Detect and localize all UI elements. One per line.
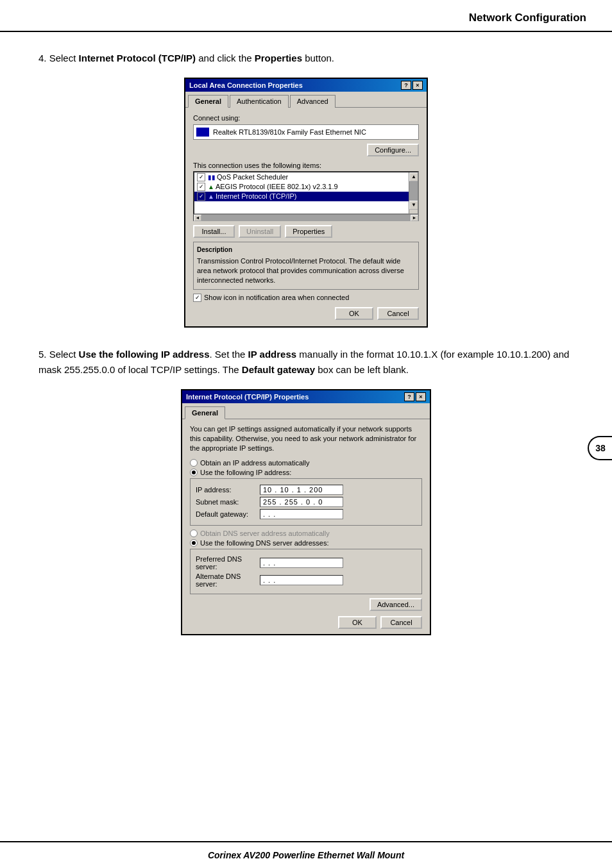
subnet-mask-input[interactable]: 255 . 255 . 0 . 0 [260,497,343,507]
dialog2-ok-button[interactable]: OK [338,616,377,629]
subnet-mask-label: Subnet mask: [196,498,260,506]
dialog1-ok-button[interactable]: OK [335,307,373,320]
radio-use-dns-label: Use the following DNS server addresses: [200,539,329,547]
alternate-dns-row: Alternate DNS server: . . . [196,572,416,588]
connect-using-label: Connect using: [193,114,419,122]
page-number-tab: 38 [588,436,612,460]
items-list-box: ✓ ▮▮ QoS Packet Scheduler ✓ ▲ AEGIS Prot… [193,171,419,215]
show-icon-checkbox[interactable]: ✓ [193,294,201,302]
qos-label: QoS Packet Scheduler [217,173,288,181]
tcpip-label: Internet Protocol (TCP/IP) [216,192,297,200]
scroll-right-icon[interactable]: ► [411,215,418,221]
ip-group-box: IP address: 10 . 10 . 1 . 200 Subnet mas… [190,478,422,526]
properties-button[interactable]: Properties [285,225,332,238]
ip-address-input[interactable]: 10 . 10 . 1 . 200 [260,485,343,495]
radio-obtain-dns-label: Obtain DNS server address automatically [200,530,330,537]
configure-button[interactable]: Configure... [367,144,419,156]
show-icon-row: ✓ Show icon in notification area when co… [193,294,419,302]
radio-use-dns-btn[interactable] [190,539,198,547]
preferred-dns-label: Preferred DNS server: [196,555,260,571]
description-text: Transmission Control Protocol/Internet P… [197,256,415,286]
page-footer: Corinex AV200 Powerline Ethernet Wall Mo… [0,841,612,868]
radio-obtain-dns-btn[interactable] [190,530,198,537]
default-gateway-input[interactable]: . . . [260,509,343,519]
dialog2-titlebar: Internet Protocol (TCP/IP) Properties ? … [182,390,430,403]
list-item-aegis: ✓ ▲ AEGIS Protocol (IEEE 802.1x) v2.3.1.… [194,182,418,192]
dialog1-title-buttons: ? × [401,81,423,90]
dialog1-body: Connect using: Realtek RTL8139/810x Fami… [185,108,427,326]
dialog1-cancel-button[interactable]: Cancel [377,307,419,320]
h-scroll-track [201,215,411,221]
horizontal-scrollbar: ◄ ► [193,215,419,221]
radio-use-dns: Use the following DNS server addresses: [190,539,422,547]
dialog2-ok-cancel-row: OK Cancel [190,616,422,629]
footer-text: Corinex AV200 Powerline Ethernet Wall Mo… [208,850,404,860]
alternate-dns-input[interactable]: . . . [260,575,343,585]
ip-address-label: IP address: [196,486,260,494]
tcpip-checkbox[interactable]: ✓ [197,192,205,201]
page-number: 38 [588,436,612,460]
connect-using-box: Realtek RTL8139/810x Family Fast Etherne… [193,124,419,140]
dialog1-tabs: General Authentication Advanced [185,92,427,108]
scroll-down-icon[interactable]: ▼ [409,201,418,210]
description-box: Description Transmission Control Protoco… [193,242,419,290]
dialog2-close-button[interactable]: × [416,392,426,401]
dialog2-wrapper: Internet Protocol (TCP/IP) Properties ? … [38,389,574,635]
scroll-up-icon[interactable]: ▲ [409,172,418,181]
dialog2-body: You can get IP settings assigned automat… [182,419,430,634]
qos-checkbox[interactable]: ✓ [197,173,205,181]
radio-use-following-ip: Use the following IP address: [190,469,422,476]
main-content: 4. Select Internet Protocol (TCP/IP) and… [0,32,612,706]
nic-icon [196,128,209,137]
dialog2-tab-general[interactable]: General [185,406,225,419]
aegis-checkbox[interactable]: ✓ [197,183,205,191]
dialog1-tab-authentication[interactable]: Authentication [230,95,289,108]
default-gateway-row: Default gateway: . . . [196,509,416,519]
show-icon-label: Show icon in notification area when conn… [204,294,349,301]
local-area-connection-dialog: Local Area Connection Properties ? × Gen… [184,78,428,328]
scroll-left-icon[interactable]: ◄ [194,215,201,221]
radio-use-following-ip-label: Use the following IP address: [200,469,291,476]
step5-text: 5. Select Use the following IP address. … [38,347,574,378]
dialog2-cancel-button[interactable]: Cancel [380,616,422,629]
dialog1-close-button[interactable]: × [412,81,423,90]
ip-address-row: IP address: 10 . 10 . 1 . 200 [196,485,416,495]
subnet-mask-row: Subnet mask: 255 . 255 . 0 . 0 [196,497,416,507]
list-item-tcpip: ✓ ▲ Internet Protocol (TCP/IP) [194,192,418,201]
advanced-button[interactable]: Advanced... [370,598,422,611]
step4-text: 4. Select Internet Protocol (TCP/IP) and… [38,51,574,66]
dialog2-info-text: You can get IP settings assigned automat… [190,424,422,454]
dialog2-tabs: General [182,403,430,419]
header-title: Network Configuration [469,12,586,24]
dialog1-titlebar: Local Area Connection Properties ? × [185,79,427,92]
radio-obtain-ip: Obtain an IP address automatically [190,459,422,467]
dialog1-tab-general[interactable]: General [188,95,228,108]
radio-use-following-ip-btn[interactable] [190,469,198,476]
advanced-row: Advanced... [190,598,422,611]
radio-obtain-ip-btn[interactable] [190,459,198,467]
preferred-dns-row: Preferred DNS server: . . . [196,555,416,571]
items-label: This connection uses the following items… [193,162,419,169]
configure-btn-row: Configure... [193,144,419,156]
dialog1-title: Local Area Connection Properties [189,81,303,89]
nic-name: Realtek RTL8139/810x Family Fast Etherne… [213,128,366,136]
dialog2-title: Internet Protocol (TCP/IP) Properties [186,393,309,401]
install-button[interactable]: Install... [193,225,235,238]
description-title: Description [197,246,415,255]
uninstall-button[interactable]: Uninstall [239,225,281,238]
dialog1-help-button[interactable]: ? [401,81,411,90]
install-row: Install... Uninstall Properties [193,225,419,238]
dialog2-title-buttons: ? × [404,392,426,401]
tcp-ip-properties-dialog: Internet Protocol (TCP/IP) Properties ? … [181,389,431,635]
page-header: Network Configuration [0,0,612,32]
dns-group-box: Preferred DNS server: . . . Alternate DN… [190,549,422,594]
radio-obtain-dns: Obtain DNS server address automatically [190,530,422,537]
dialog1-wrapper: Local Area Connection Properties ? × Gen… [38,78,574,328]
scroll-track [409,181,418,201]
dialog1-tab-advanced[interactable]: Advanced [290,95,336,108]
default-gateway-label: Default gateway: [196,510,260,518]
dialog2-help-button[interactable]: ? [404,392,414,401]
dialog1-ok-cancel-row: OK Cancel [193,307,419,320]
preferred-dns-input[interactable]: . . . [260,558,343,568]
list-item-qos: ✓ ▮▮ QoS Packet Scheduler [194,172,418,182]
